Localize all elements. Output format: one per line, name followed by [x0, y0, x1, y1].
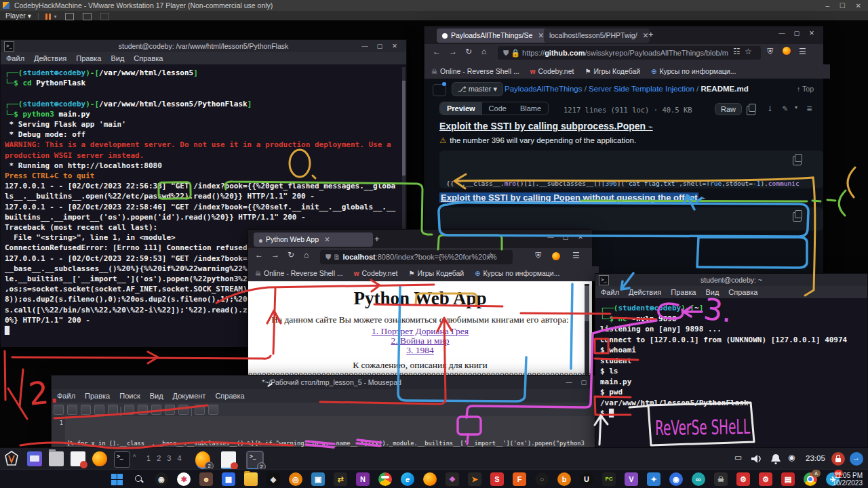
- menu-item-Документ[interactable]: Документ: [173, 392, 206, 400]
- calendar-icon[interactable]: ▦: [222, 472, 235, 486]
- save-icon[interactable]: [81, 405, 91, 415]
- vm-clock[interactable]: 23:05: [806, 454, 825, 462]
- mousepad-launcher-icon[interactable]: [71, 451, 85, 466]
- pause-button[interactable]: [45, 12, 52, 20]
- s-app-icon[interactable]: S: [490, 472, 504, 486]
- onenote-icon[interactable]: N: [356, 472, 370, 486]
- tab-localhost-phptwig[interactable]: localhost/lesson5/PHPTwig/✕: [544, 28, 650, 43]
- menu-item-Поиск[interactable]: Поиск: [119, 392, 140, 400]
- github-window-controls[interactable]: —▢✕: [774, 29, 819, 37]
- workspace-switcher[interactable]: 1 2 3 4: [146, 454, 184, 462]
- gem-icon[interactable]: ◈: [267, 472, 280, 486]
- mousepad-titlebar[interactable]: *~/Рабочий стол/tmp_lesson_5 - Mousepad …: [52, 375, 612, 389]
- skull-app-icon[interactable]: ☠: [714, 472, 728, 486]
- task-mousepad[interactable]: [221, 451, 236, 469]
- menu-item-Правка[interactable]: Правка: [671, 288, 696, 296]
- editor-text[interactable]: {% for x in ().__class__.__base__.__subc…: [66, 416, 613, 450]
- hamburger-menu-icon[interactable]: ☰: [799, 47, 806, 56]
- menu-item-Действия[interactable]: Действия: [34, 54, 66, 62]
- paste-icon[interactable]: [178, 405, 189, 415]
- terminal1-window-controls[interactable]: —▢✕: [357, 40, 402, 52]
- view-tab-code[interactable]: Code: [482, 102, 513, 115]
- pocket-icon[interactable]: ⛨: [535, 251, 541, 260]
- pause-caret[interactable]: ▾: [54, 14, 56, 20]
- bookmark-flag[interactable]: ⚑Игры Кодебай: [408, 269, 464, 277]
- undo-icon[interactable]: [124, 405, 134, 415]
- book-link-2[interactable]: 2. Война и мир: [248, 336, 592, 346]
- view-tab-blame[interactable]: Blame: [513, 102, 548, 115]
- menu-item-Действия[interactable]: Действия: [629, 288, 661, 296]
- gear-red-icon-2[interactable]: ⚙: [759, 472, 772, 486]
- bookmark-globe[interactable]: ⊕Курсы по информаци...: [651, 67, 736, 75]
- fullscreen-icon[interactable]: [83, 13, 92, 20]
- close-file-icon[interactable]: [108, 405, 118, 415]
- back-icon[interactable]: ←: [433, 47, 441, 56]
- search-icon[interactable]: [195, 405, 205, 415]
- firefox-account-icon[interactable]: [783, 47, 791, 55]
- bookmark-globe[interactable]: ⊕Курсы по информаци...: [475, 269, 559, 277]
- portrait-icon[interactable]: ☻: [199, 472, 213, 486]
- edge-icon[interactable]: e: [401, 472, 414, 486]
- tab-close-icon[interactable]: ✕: [538, 31, 544, 39]
- raw-button[interactable]: Raw: [715, 103, 742, 115]
- breadcrumb-folder[interactable]: Server Side Template Injection: [589, 85, 694, 93]
- forward-icon[interactable]: →: [271, 250, 279, 260]
- download-icon[interactable]: ⭣: [768, 104, 772, 113]
- bookmark-flag[interactable]: ⚑Игры Кодебай: [585, 67, 640, 75]
- branch-selector[interactable]: ⎇ master ▾: [452, 82, 503, 96]
- code-block-forloop[interactable]: {% for x in ().__class__.__base__.__subc…: [439, 207, 823, 230]
- arduino-icon[interactable]: ∞: [692, 472, 705, 486]
- new-file-icon[interactable]: [54, 405, 64, 415]
- tab-close-icon[interactable]: ✕: [324, 235, 330, 243]
- bell-icon[interactable]: [770, 453, 782, 465]
- copy-icon[interactable]: [793, 212, 802, 222]
- visual-studio-icon[interactable]: V: [625, 472, 638, 486]
- back-to-top-link[interactable]: ↑ Top: [797, 85, 814, 93]
- terminal2-titlebar[interactable]: >_ student@codeby: ~: [595, 274, 867, 286]
- webapp-scrollbar[interactable]: [585, 284, 589, 378]
- home-icon[interactable]: ⌂: [304, 250, 309, 260]
- menu-item-Правка[interactable]: Правка: [85, 392, 110, 400]
- menu-item-Файл[interactable]: Файл: [57, 392, 75, 400]
- copy-icon[interactable]: [165, 405, 175, 415]
- photos-icon[interactable]: ❖: [446, 472, 459, 486]
- book-link-1[interactable]: 1. Портрет Дориана Грея: [248, 327, 592, 336]
- color-wheel-icon[interactable]: ✱: [177, 472, 191, 486]
- menu-item-Справка[interactable]: Справка: [728, 288, 757, 296]
- bookmark-w[interactable]: wCodeby.net: [354, 269, 398, 277]
- file-manager-icon[interactable]: [49, 451, 64, 466]
- windows-clock[interactable]: 11:05 PM10/2/2023: [833, 472, 863, 487]
- player-menu[interactable]: Player ▾: [5, 12, 31, 20]
- link-icon[interactable]: ⌁: [648, 123, 653, 131]
- tab-python-web-app[interactable]: Python Web App✕: [254, 232, 373, 247]
- ctrl-alt-del-icon[interactable]: [65, 13, 74, 20]
- pycharm-icon[interactable]: PC: [602, 472, 616, 486]
- cut-icon[interactable]: [151, 405, 161, 415]
- copy-icon[interactable]: [793, 156, 802, 165]
- new-tab-button[interactable]: +: [374, 234, 380, 244]
- firefox-launcher-icon[interactable]: [92, 451, 107, 466]
- menu-item-Файл[interactable]: Файл: [601, 288, 619, 296]
- reader-view-icon[interactable]: ☷: [733, 47, 741, 56]
- menu-item-Справка[interactable]: Справка: [134, 54, 163, 62]
- bookmark-w[interactable]: wCodeby.net: [530, 67, 574, 75]
- vscode-icon[interactable]: ✦: [647, 472, 660, 486]
- menu-item-Файл[interactable]: Файл: [6, 54, 24, 62]
- file-explorer-icon[interactable]: [244, 472, 258, 486]
- app-menu-icon[interactable]: [27, 451, 42, 466]
- edit-pencil-icon[interactable]: ✎: [782, 104, 788, 113]
- tab-payloadsallthethings[interactable]: PayloadsAllTheThings/Se✕: [437, 28, 549, 43]
- vmware-icon[interactable]: ▣: [311, 472, 325, 486]
- replace-icon[interactable]: [208, 405, 218, 415]
- hamburger-menu-icon[interactable]: ☰: [572, 251, 580, 260]
- reload-icon[interactable]: ↻: [465, 47, 472, 56]
- status-circle-icon[interactable]: ◉: [788, 453, 795, 462]
- mousepad-window-controls[interactable]: —▢: [561, 375, 591, 389]
- firefox-account-icon[interactable]: [552, 252, 560, 260]
- shield-icon[interactable]: ⛊: [326, 253, 333, 261]
- back-icon[interactable]: ←: [255, 250, 263, 260]
- new-tab-button[interactable]: +: [648, 29, 654, 39]
- unreal-icon[interactable]: U: [580, 472, 593, 486]
- gear-red-icon-1[interactable]: ⚙: [736, 472, 750, 486]
- save-as-icon[interactable]: [94, 405, 104, 415]
